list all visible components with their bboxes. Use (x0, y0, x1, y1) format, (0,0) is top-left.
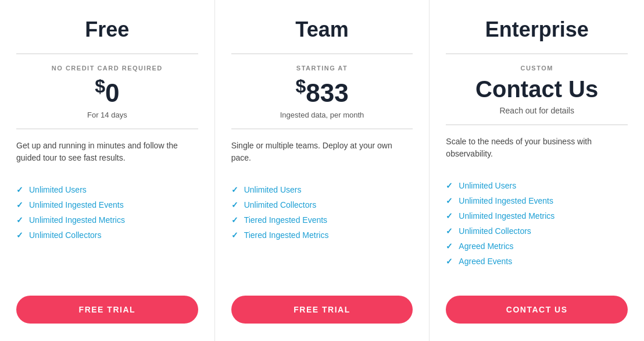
list-item: ✓Unlimited Ingested Events (16, 200, 198, 209)
card-price-note-enterprise: Reach out for details (446, 106, 628, 115)
check-icon: ✓ (446, 257, 453, 266)
feature-label: Unlimited Users (244, 185, 302, 194)
card-subtitle-free: NO CREDIT CARD REQUIRED (16, 65, 198, 72)
check-icon: ✓ (231, 185, 238, 194)
list-item: ✓Agreed Events (446, 257, 628, 266)
check-icon: ✓ (231, 215, 238, 225)
check-icon: ✓ (16, 215, 23, 225)
card-divider2 (446, 125, 628, 125)
list-item: ✓Agreed Metrics (446, 241, 628, 251)
card-divider (231, 54, 413, 54)
pricing-card-team: TeamSTARTING AT$833Ingested data, per mo… (215, 0, 430, 341)
card-divider (16, 54, 198, 54)
card-subtitle-enterprise: CUSTOM (446, 65, 628, 72)
check-icon: ✓ (16, 185, 23, 194)
feature-label: Tiered Ingested Metrics (244, 230, 329, 240)
feature-label: Unlimited Collectors (29, 230, 101, 240)
list-item: ✓Unlimited Collectors (231, 200, 413, 209)
check-icon: ✓ (16, 230, 23, 240)
cta-button-team[interactable]: FREE TRIAL (231, 296, 413, 324)
check-icon: ✓ (446, 241, 453, 251)
card-title-free: Free (16, 17, 198, 42)
card-title-enterprise: Enterprise (446, 17, 628, 42)
card-title-team: Team (231, 17, 413, 42)
list-item: ✓Unlimited Collectors (16, 230, 198, 240)
list-item: ✓Unlimited Collectors (446, 226, 628, 236)
feature-label: Unlimited Ingested Metrics (459, 211, 554, 221)
list-item: ✓Unlimited Ingested Metrics (446, 211, 628, 221)
list-item: ✓Unlimited Users (16, 185, 198, 194)
feature-label: Unlimited Ingested Events (459, 196, 553, 205)
feature-label: Unlimited Users (459, 181, 516, 190)
card-price-note-team: Ingested data, per month (231, 111, 413, 119)
features-list-enterprise: ✓Unlimited Users✓Unlimited Ingested Even… (446, 181, 628, 282)
card-divider (446, 54, 628, 54)
check-icon: ✓ (446, 181, 453, 190)
pricing-card-free: FreeNO CREDIT CARD REQUIRED$0For 14 days… (0, 0, 215, 341)
list-item: ✓Unlimited Ingested Metrics (16, 215, 198, 225)
card-price-team: $833 (231, 76, 413, 107)
card-subtitle-team: STARTING AT (231, 65, 413, 72)
card-price-enterprise: Contact Us (446, 76, 628, 102)
card-description-enterprise: Scale to the needs of your business with… (446, 136, 628, 170)
cta-button-free[interactable]: FREE TRIAL (16, 296, 198, 324)
card-divider2 (231, 129, 413, 129)
feature-label: Unlimited Collectors (244, 200, 316, 209)
card-description-team: Single or multiple teams. Deploy at your… (231, 140, 413, 175)
feature-label: Unlimited Ingested Events (29, 200, 124, 209)
card-price-free: $0 (16, 76, 198, 107)
feature-label: Agreed Events (459, 257, 512, 266)
list-item: ✓Unlimited Users (231, 185, 413, 194)
card-description-free: Get up and running in minutes and follow… (16, 140, 198, 175)
list-item: ✓Unlimited Ingested Events (446, 196, 628, 205)
feature-label: Tiered Ingested Events (244, 215, 327, 225)
feature-label: Unlimited Users (29, 185, 87, 194)
features-list-free: ✓Unlimited Users✓Unlimited Ingested Even… (16, 185, 198, 282)
cta-button-enterprise[interactable]: CONTACT US (446, 296, 628, 324)
card-price-note-free: For 14 days (16, 111, 198, 119)
check-icon: ✓ (16, 200, 23, 209)
features-list-team: ✓Unlimited Users✓Unlimited Collectors✓Ti… (231, 185, 413, 282)
card-divider2 (16, 129, 198, 129)
check-icon: ✓ (446, 226, 453, 236)
check-icon: ✓ (231, 230, 238, 240)
list-item: ✓Tiered Ingested Metrics (231, 230, 413, 240)
check-icon: ✓ (446, 211, 453, 221)
check-icon: ✓ (446, 196, 453, 205)
check-icon: ✓ (231, 200, 238, 209)
pricing-card-enterprise: EnterpriseCUSTOMContact UsReach out for … (430, 0, 644, 341)
feature-label: Unlimited Collectors (459, 226, 531, 236)
pricing-container: FreeNO CREDIT CARD REQUIRED$0For 14 days… (0, 0, 644, 341)
feature-label: Agreed Metrics (459, 241, 513, 251)
feature-label: Unlimited Ingested Metrics (29, 215, 125, 225)
list-item: ✓Tiered Ingested Events (231, 215, 413, 225)
list-item: ✓Unlimited Users (446, 181, 628, 190)
